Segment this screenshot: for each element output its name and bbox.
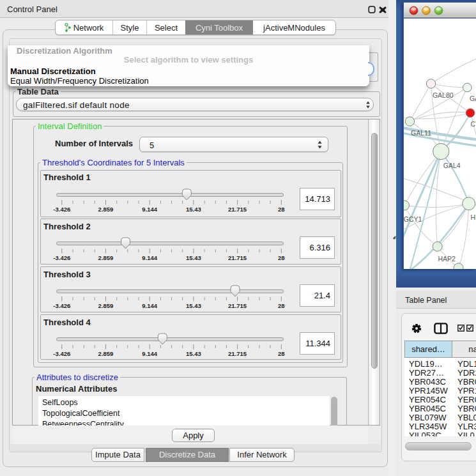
svg-text:-3.426: -3.426	[53, 350, 70, 357]
svg-text:GAL4: GAL4	[443, 162, 461, 169]
svg-text:-3.426: -3.426	[53, 254, 70, 261]
svg-text:21.715: 21.715	[228, 254, 247, 261]
svg-text:2.859: 2.859	[98, 206, 114, 213]
svg-text:GAL3: GAL3	[470, 95, 476, 102]
svg-text:15.43: 15.43	[186, 254, 201, 261]
svg-text:2.859: 2.859	[98, 302, 114, 309]
svg-text:9.144: 9.144	[142, 350, 157, 357]
svg-text:2.859: 2.859	[98, 350, 114, 357]
svg-text:CYC8: CYC8	[471, 120, 476, 128]
svg-text:28: 28	[278, 350, 285, 357]
svg-text:15.43: 15.43	[186, 302, 201, 309]
svg-text:GCY1: GCY1	[404, 215, 422, 223]
svg-text:21.715: 21.715	[228, 350, 247, 357]
svg-text:GAL80: GAL80	[433, 91, 454, 99]
svg-text:-3.426: -3.426	[53, 302, 70, 309]
svg-text:21.715: 21.715	[228, 302, 247, 309]
svg-text:9.144: 9.144	[142, 206, 157, 213]
svg-text:15.43: 15.43	[186, 350, 201, 357]
svg-text:9.144: 9.144	[142, 254, 157, 261]
svg-text:21.715: 21.715	[228, 206, 247, 213]
svg-text:-3.426: -3.426	[53, 206, 70, 213]
svg-text:28: 28	[278, 254, 285, 261]
svg-text:GAL11: GAL11	[411, 129, 431, 137]
svg-text:HAP2: HAP2	[438, 255, 456, 263]
svg-text:9.144: 9.144	[142, 302, 157, 309]
svg-text:2.859: 2.859	[98, 254, 114, 261]
svg-text:15.43: 15.43	[186, 206, 201, 213]
svg-text:28: 28	[278, 302, 285, 309]
svg-text:28: 28	[278, 206, 285, 213]
svg-text:HIS4: HIS4	[470, 213, 476, 221]
